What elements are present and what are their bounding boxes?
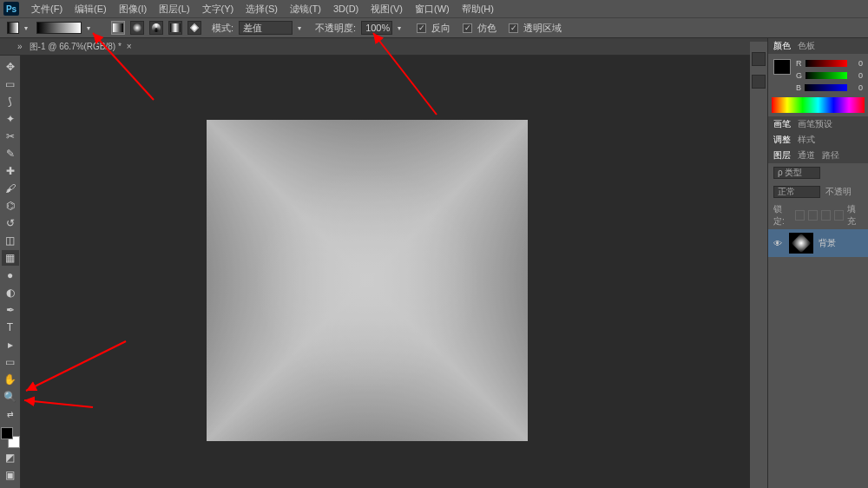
menu-3d[interactable]: 3D(D) [328, 2, 364, 16]
color-swap-icon[interactable]: ⇄ [2, 406, 19, 422]
lock-position-icon[interactable] [821, 210, 831, 221]
gradient-swatch-caret[interactable]: ▾ [87, 24, 94, 32]
brush-tab[interactable]: 画笔 [773, 118, 791, 130]
opacity-input[interactable]: 100% [361, 21, 392, 35]
menu-view[interactable]: 视图(V) [365, 1, 408, 17]
screen-mode-icon[interactable]: ▣ [2, 467, 19, 483]
magic-wand-tool[interactable]: ✦ [2, 111, 19, 127]
menu-type[interactable]: 文字(Y) [197, 1, 240, 17]
r-slider[interactable] [806, 60, 848, 67]
spectrum-bar[interactable] [772, 97, 865, 113]
properties-panel-icon[interactable] [752, 75, 766, 89]
lock-image-icon[interactable] [808, 210, 818, 221]
gradient-linear[interactable] [111, 21, 125, 35]
hand-tool[interactable]: ✋ [2, 372, 19, 387]
eraser-tool[interactable]: ◫ [2, 233, 19, 248]
layer-filter-select[interactable]: ρ 类型 [773, 167, 820, 179]
g-slider[interactable] [806, 72, 847, 79]
collapsed-dock [750, 42, 767, 99]
g-label: G [796, 71, 802, 80]
history-panel-icon[interactable] [752, 52, 766, 66]
lock-transparency-icon[interactable] [795, 210, 805, 221]
r-value: 0 [851, 59, 863, 68]
menu-file[interactable]: 文件(F) [26, 1, 68, 17]
mode-caret[interactable]: ▾ [298, 24, 305, 32]
lock-all-icon[interactable] [834, 210, 844, 221]
type-tool[interactable]: T [2, 320, 19, 335]
menu-bar: Ps 文件(F) 编辑(E) 图像(I) 图层(L) 文字(Y) 选择(S) 滤… [0, 0, 868, 17]
zoom-tool[interactable]: 🔍 [2, 389, 19, 405]
dither-checkbox[interactable]: ✓ [463, 23, 472, 33]
swatches-tab[interactable]: 色板 [798, 40, 815, 52]
quick-mask-icon[interactable]: ◩ [2, 450, 19, 465]
adjustments-tab[interactable]: 调整 [773, 134, 791, 146]
opacity-caret[interactable]: ▾ [398, 24, 404, 32]
shape-tool[interactable]: ▭ [2, 354, 19, 370]
reverse-label: 反向 [431, 22, 450, 35]
menu-image[interactable]: 图像(I) [114, 1, 152, 17]
g-value: 0 [851, 71, 863, 80]
brush-tool[interactable]: 🖌 [2, 181, 19, 196]
channels-tab[interactable]: 通道 [798, 149, 815, 162]
crop-tool[interactable]: ✂ [2, 129, 19, 144]
color-panel-swatch[interactable] [773, 59, 791, 75]
lasso-tool[interactable]: ⟆ [2, 94, 19, 109]
menu-help[interactable]: 帮助(H) [457, 1, 499, 17]
dodge-tool[interactable]: ◐ [2, 285, 19, 300]
pen-tool[interactable]: ✒ [2, 302, 19, 318]
layer-visibility-icon[interactable]: 👁 [773, 239, 784, 248]
layers-tab[interactable]: 图层 [773, 149, 791, 162]
foreground-color-swatch[interactable] [1, 427, 13, 439]
tool-preset-icon[interactable] [7, 22, 19, 34]
spot-heal-tool[interactable]: ✚ [2, 163, 19, 179]
menu-select[interactable]: 选择(S) [240, 1, 283, 17]
reverse-checkbox[interactable]: ✓ [417, 23, 426, 33]
move-tool[interactable]: ✥ [2, 59, 19, 75]
opacity-label: 不透明度: [315, 22, 356, 35]
menu-filter[interactable]: 滤镜(T) [285, 1, 326, 17]
layer-name: 背景 [819, 237, 836, 249]
r-label: R [796, 59, 802, 68]
mode-select[interactable]: 差值 [239, 21, 293, 35]
mode-value: 差值 [243, 22, 262, 35]
transparency-checkbox[interactable]: ✓ [509, 23, 518, 33]
fill-label: 填充 [847, 203, 863, 228]
gradient-reflected[interactable] [168, 21, 182, 35]
layer-row-background[interactable]: 👁 背景 [768, 229, 868, 257]
adjust-panel-header: 调整 样式 [768, 132, 868, 148]
eyedropper-tool[interactable]: ✎ [2, 146, 19, 162]
blur-tool[interactable]: ● [2, 267, 19, 283]
canvas[interactable] [207, 120, 528, 441]
gradient-angle[interactable] [149, 21, 163, 35]
color-swatches[interactable] [1, 427, 20, 448]
menu-window[interactable]: 窗口(W) [410, 1, 455, 17]
color-panel-header: 颜色 色板 [768, 38, 868, 54]
right-panels: 颜色 色板 R0 G0 B0 画笔 画笔预设 调整 样式 图层 通道 路径 ρ … [767, 38, 868, 488]
close-tab-icon[interactable]: × [127, 42, 132, 51]
brush-preset-tab[interactable]: 画笔预设 [798, 118, 832, 130]
menu-edit[interactable]: 编辑(E) [69, 1, 112, 17]
clone-stamp-tool[interactable]: ⌬ [2, 198, 19, 214]
gradient-tool[interactable]: ▦ [2, 250, 19, 266]
options-bar: ▾ ▾ 模式: 差值 ▾ 不透明度: 100% ▾ ✓ 反向 ✓ 仿色 ✓ 透明… [0, 17, 868, 38]
paths-tab[interactable]: 路径 [822, 149, 839, 162]
opacity-value: 100% [365, 23, 390, 33]
marquee-tool[interactable]: ▭ [2, 76, 19, 92]
layers-filter-row: ρ 类型 [768, 163, 868, 182]
path-select-tool[interactable]: ▸ [2, 337, 19, 353]
gradient-diamond[interactable] [187, 21, 201, 35]
color-tab[interactable]: 颜色 [773, 40, 791, 52]
canvas-content [207, 120, 528, 441]
gradient-radial[interactable] [130, 21, 144, 35]
menu-layer[interactable]: 图层(L) [154, 1, 194, 17]
history-brush-tool[interactable]: ↺ [2, 215, 19, 231]
document-tab[interactable]: 图-1 @ 66.7%(RGB/8) * × [23, 41, 139, 53]
layer-thumbnail[interactable] [789, 233, 813, 254]
b-slider[interactable] [805, 84, 847, 91]
gradient-swatch[interactable] [36, 22, 82, 34]
layers-panel-header: 图层 通道 路径 [768, 148, 868, 163]
tool-preset-caret[interactable]: ▾ [24, 24, 31, 32]
lock-row: 锁定: 填充 [768, 201, 868, 229]
styles-tab[interactable]: 样式 [798, 134, 815, 146]
blend-mode-select[interactable]: 正常 [773, 186, 820, 198]
